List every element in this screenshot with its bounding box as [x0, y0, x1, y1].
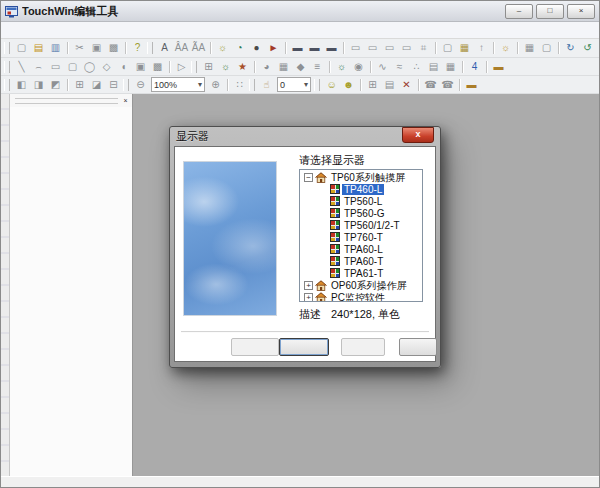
ball-indicator[interactable]: ● [248, 40, 265, 57]
next-button[interactable] [279, 338, 329, 356]
tree-item-tpa60-t[interactable]: TPA60-T [300, 255, 422, 267]
pack-tool[interactable]: ▬ [463, 76, 480, 93]
monitor-part[interactable]: ▢ [439, 40, 456, 57]
data-table[interactable]: ▤ [425, 58, 442, 75]
button-part-3[interactable]: ▬ [323, 40, 340, 57]
draw-ellipse[interactable]: ◯ [81, 58, 98, 75]
menu-view[interactable] [19, 29, 33, 31]
data-grid[interactable]: ▦ [442, 58, 459, 75]
pie-indicator[interactable]: ◔ [231, 40, 248, 57]
package-tool[interactable]: ▬ [490, 58, 507, 75]
screen-properties[interactable]: ▤ [381, 76, 398, 93]
draw-sector[interactable]: ◖ [115, 58, 132, 75]
zoom-out[interactable]: ⊖ [132, 76, 149, 93]
distribute-h[interactable]: ⊞ [71, 76, 88, 93]
font-size-tool[interactable]: 4 [466, 58, 483, 75]
data-frame-2[interactable]: ▭ [364, 40, 381, 57]
new-file[interactable]: ▢ [13, 40, 30, 57]
tree-expander-icon[interactable]: − [304, 173, 313, 182]
keyboard-part[interactable]: ▦ [456, 40, 473, 57]
maximize-button[interactable]: □ [536, 4, 564, 19]
align-center[interactable]: ◨ [30, 76, 47, 93]
menu-help[interactable] [33, 29, 47, 31]
draw-polygon[interactable]: ◇ [98, 58, 115, 75]
number-input[interactable]: ⌗ [415, 40, 432, 57]
tree-item-tpa60-l[interactable]: TPA60-L [300, 243, 422, 255]
button-part-2[interactable]: ▬ [306, 40, 323, 57]
rotate-ccw[interactable]: ↺ [579, 40, 596, 57]
tree-expander-icon[interactable]: + [304, 293, 313, 302]
back-button[interactable] [231, 338, 279, 356]
window-part[interactable]: ▢ [538, 40, 555, 57]
static-text[interactable]: A [156, 40, 173, 57]
draw-frame[interactable]: ▣ [132, 58, 149, 75]
tree-item-tp460-l[interactable]: TP460-L [300, 183, 422, 195]
draw-rect[interactable]: ▭ [47, 58, 64, 75]
zoom-select[interactable]: 100%▾ [151, 77, 205, 92]
bitmap-part[interactable]: ▦ [275, 58, 292, 75]
cut[interactable]: ✂ [71, 40, 88, 57]
paste[interactable]: ▩ [105, 40, 122, 57]
help[interactable]: ? [129, 40, 146, 57]
dialog-titlebar[interactable]: 显示器 x [174, 127, 436, 146]
close-button[interactable]: × [567, 4, 595, 19]
upload-program[interactable]: ☎ [439, 76, 456, 93]
valve-part[interactable]: ◆ [292, 58, 309, 75]
window-button[interactable]: ⊞ [200, 58, 217, 75]
trend-chart[interactable]: ∿ [374, 58, 391, 75]
picture-part[interactable]: ▦ [521, 40, 538, 57]
dynamic-text[interactable]: ÂA [173, 40, 190, 57]
grid-toggle[interactable]: ∷ [231, 76, 248, 93]
scatter-plot[interactable]: ∴ [408, 58, 425, 75]
touch-test[interactable]: ☝ [258, 76, 275, 93]
open-file[interactable]: ▤ [30, 40, 47, 57]
data-frame-4[interactable]: ▭ [398, 40, 415, 57]
tree-item-tp560-g[interactable]: TP560-G [300, 207, 422, 219]
bars-part[interactable]: ≡ [309, 58, 326, 75]
tree-item-tp560-1-2-t[interactable]: TP560/1/2-T [300, 219, 422, 231]
tree-item-tp760-t[interactable]: TP760-T [300, 231, 422, 243]
draw-arc[interactable]: ⌢ [30, 58, 47, 75]
menu-file[interactable] [5, 29, 19, 31]
simulate-online[interactable]: ☺ [323, 76, 340, 93]
select-pointer[interactable]: ▷ [173, 58, 190, 75]
tree-item-tp60-series[interactable]: − TP60系列触摸屏 [300, 171, 422, 183]
finish-button[interactable] [341, 338, 385, 356]
download-program[interactable]: ☎ [422, 76, 439, 93]
scroll-text[interactable]: ÃA [190, 40, 207, 57]
lamp-button[interactable]: ☼ [333, 58, 350, 75]
panel-drag-handle[interactable] [15, 98, 118, 104]
xy-curve[interactable]: ≈ [391, 58, 408, 75]
zoom-in[interactable]: ⊕ [207, 76, 224, 93]
panel-close-icon[interactable]: × [121, 96, 130, 105]
align-left[interactable]: ◧ [13, 76, 30, 93]
flag-indicator[interactable]: ► [265, 40, 282, 57]
tree-item-tp560-l[interactable]: TP560-L [300, 195, 422, 207]
screen-number-select[interactable]: 0▾ [277, 77, 311, 92]
insert-image[interactable]: ▩ [149, 58, 166, 75]
fan-part[interactable]: ☼ [217, 58, 234, 75]
data-frame-3[interactable]: ▭ [381, 40, 398, 57]
same-size[interactable]: ⊟ [105, 76, 122, 93]
delete-screen[interactable]: ✕ [398, 76, 415, 93]
dialog-close-button[interactable]: x [402, 127, 434, 143]
simulate-offline[interactable]: ☻ [340, 76, 357, 93]
tree-item-op60-series[interactable]: + OP60系列操作屏 [300, 279, 422, 291]
arrow-up-part[interactable]: ↑ [473, 40, 490, 57]
new-screen[interactable]: ⊞ [364, 76, 381, 93]
device-tree[interactable]: − TP60系列触摸屏 [299, 169, 423, 302]
rotate-cw[interactable]: ↻ [562, 40, 579, 57]
draw-line[interactable]: ╲ [13, 58, 30, 75]
star-part[interactable]: ★ [234, 58, 251, 75]
button-part-1[interactable]: ▬ [289, 40, 306, 57]
window-titlebar[interactable]: TouchWin编辑工具 – □ × [1, 1, 599, 22]
copy[interactable]: ▣ [88, 40, 105, 57]
data-frame-1[interactable]: ▭ [347, 40, 364, 57]
cancel-button[interactable] [399, 338, 437, 356]
gauge-part[interactable]: ◕ [258, 58, 275, 75]
lamp-part[interactable]: ☼ [214, 40, 231, 57]
tree-expander-icon[interactable]: + [304, 281, 313, 290]
camera-part[interactable]: ◉ [350, 58, 367, 75]
align-right[interactable]: ◩ [47, 76, 64, 93]
draw-roundrect[interactable]: ▢ [64, 58, 81, 75]
